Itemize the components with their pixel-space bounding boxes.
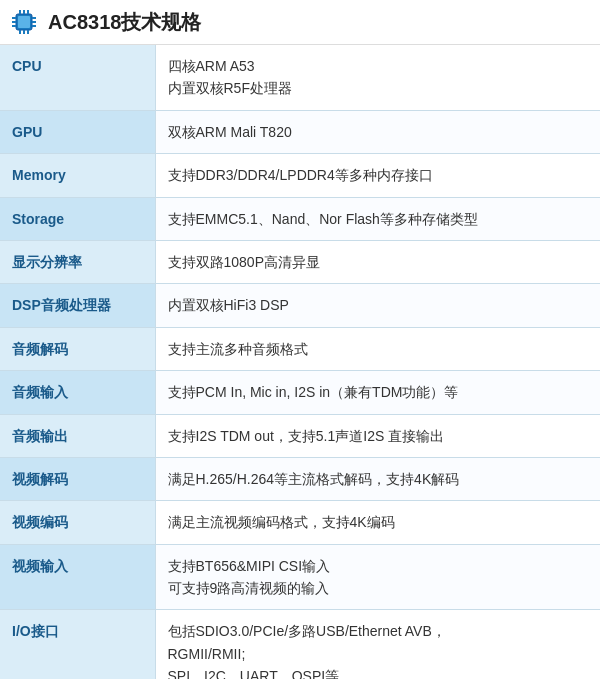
row-value: 双核ARM Mali T820: [155, 110, 600, 153]
chip-icon: [8, 6, 40, 38]
row-value: 支持EMMC5.1、Nand、Nor Flash等多种存储类型: [155, 197, 600, 240]
row-value: 支持双路1080P高清异显: [155, 240, 600, 283]
row-label: 音频输出: [0, 414, 155, 457]
header: AC8318技术规格: [0, 0, 600, 45]
table-row: 视频编码满足主流视频编码格式，支持4K编码: [0, 501, 600, 544]
row-label: 视频输入: [0, 544, 155, 610]
row-value: 包括SDIO3.0/PCIe/多路USB/Ethernet AVB，RGMII/…: [155, 610, 600, 679]
row-label: 视频编码: [0, 501, 155, 544]
row-value: 支持I2S TDM out，支持5.1声道I2S 直接输出: [155, 414, 600, 457]
row-label: Storage: [0, 197, 155, 240]
table-row: 音频输入支持PCM In, Mic in, I2S in（兼有TDM功能）等: [0, 371, 600, 414]
row-label: 视频解码: [0, 457, 155, 500]
row-value: 支持PCM In, Mic in, I2S in（兼有TDM功能）等: [155, 371, 600, 414]
spec-table: CPU四核ARM A53内置双核R5F处理器GPU双核ARM Mali T820…: [0, 45, 600, 679]
table-row: I/O接口包括SDIO3.0/PCIe/多路USB/Ethernet AVB，R…: [0, 610, 600, 679]
table-row: CPU四核ARM A53内置双核R5F处理器: [0, 45, 600, 110]
row-value: 支持BT656&MIPI CSI输入可支持9路高清视频的输入: [155, 544, 600, 610]
row-value: 支持主流多种音频格式: [155, 327, 600, 370]
row-value: 支持DDR3/DDR4/LPDDR4等多种内存接口: [155, 154, 600, 197]
row-value: 四核ARM A53内置双核R5F处理器: [155, 45, 600, 110]
row-label: 音频输入: [0, 371, 155, 414]
row-label: CPU: [0, 45, 155, 110]
row-value: 满足主流视频编码格式，支持4K编码: [155, 501, 600, 544]
table-row: Storage支持EMMC5.1、Nand、Nor Flash等多种存储类型: [0, 197, 600, 240]
row-label: DSP音频处理器: [0, 284, 155, 327]
table-row: 音频解码支持主流多种音频格式: [0, 327, 600, 370]
row-value: 内置双核HiFi3 DSP: [155, 284, 600, 327]
row-label: GPU: [0, 110, 155, 153]
page-title: AC8318技术规格: [48, 9, 201, 36]
row-label: Memory: [0, 154, 155, 197]
table-row: 视频输入支持BT656&MIPI CSI输入可支持9路高清视频的输入: [0, 544, 600, 610]
table-row: 视频解码满足H.265/H.264等主流格式解码，支持4K解码: [0, 457, 600, 500]
table-row: GPU双核ARM Mali T820: [0, 110, 600, 153]
row-label: I/O接口: [0, 610, 155, 679]
row-label: 显示分辨率: [0, 240, 155, 283]
table-row: Memory支持DDR3/DDR4/LPDDR4等多种内存接口: [0, 154, 600, 197]
table-row: 显示分辨率支持双路1080P高清异显: [0, 240, 600, 283]
row-value: 满足H.265/H.264等主流格式解码，支持4K解码: [155, 457, 600, 500]
table-row: 音频输出支持I2S TDM out，支持5.1声道I2S 直接输出: [0, 414, 600, 457]
row-label: 音频解码: [0, 327, 155, 370]
svg-rect-1: [18, 16, 30, 28]
table-row: DSP音频处理器内置双核HiFi3 DSP: [0, 284, 600, 327]
